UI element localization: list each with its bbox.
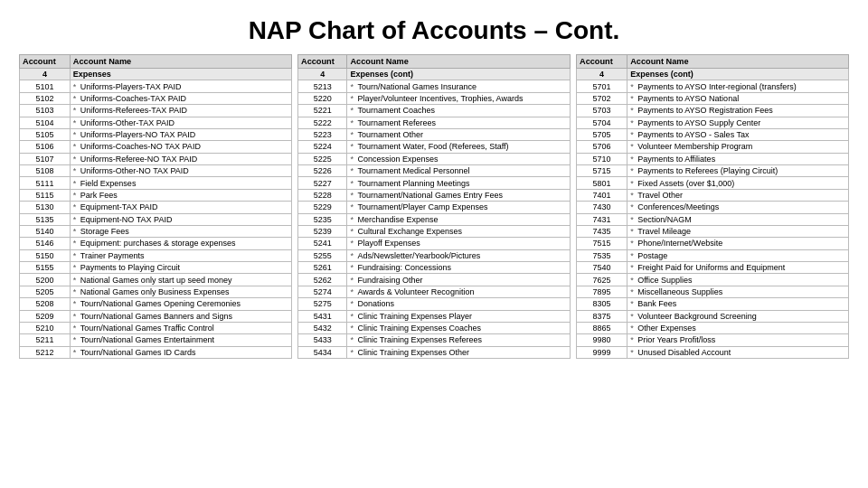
indent-marker: * — [73, 263, 79, 272]
table-row: 5106* Uniforms-Coaches-NO TAX PAID — [20, 141, 292, 153]
indent-marker: * — [73, 324, 79, 333]
indent-marker: * — [350, 251, 355, 260]
table-row: 5705* Payments to AYSO - Sales Tax — [577, 128, 849, 140]
indent-marker: * — [630, 324, 636, 333]
table-row: 7401* Travel Other — [577, 189, 849, 201]
table-row: 5434* Clinic Training Expenses Other — [298, 346, 571, 358]
account-name: * Tourn/National Games Entertainment — [70, 334, 291, 346]
account-name: * National Games only Business Expenses — [70, 286, 291, 297]
indent-marker: * — [630, 202, 636, 211]
account-table-2: AccountAccount Name4Expenses (cont)5213*… — [297, 54, 571, 359]
table-row: 5211* Tourn/National Games Entertainment — [20, 334, 292, 346]
indent-marker: * — [630, 166, 636, 175]
indent-marker: * — [350, 215, 355, 224]
account-number: 5211 — [20, 334, 71, 346]
indent-marker: * — [350, 191, 355, 200]
account-number: 7535 — [577, 249, 627, 261]
indent-marker: * — [630, 191, 636, 200]
account-number: 5239 — [298, 225, 347, 237]
indent-marker: * — [350, 202, 355, 211]
table-row: 5212* Tourn/National Games ID Cards — [20, 346, 292, 358]
account-name: * Freight Paid for Uniforms and Equipmen… — [627, 262, 849, 274]
indent-marker: * — [73, 287, 79, 296]
indent-marker: * — [350, 287, 355, 296]
account-name: * Uniforms-Players-TAX PAID — [70, 80, 291, 92]
account-name: * Clinic Training Expenses Referees — [347, 334, 571, 346]
indent-marker: * — [73, 130, 79, 139]
table-row: 5715* Payments to Referees (Playing Circ… — [577, 165, 849, 177]
table-row: 5107* Uniforms-Referee-NO TAX PAID — [20, 153, 292, 164]
account-number: 8375 — [577, 310, 627, 322]
indent-marker: * — [630, 94, 636, 103]
indent-marker: * — [73, 142, 79, 151]
indent-marker: * — [350, 166, 355, 175]
account-name: * Uniforms-Other-NO TAX PAID — [70, 165, 291, 177]
table-row: 5209* Tourn/National Games Banners and S… — [20, 310, 292, 322]
account-number: 5229 — [298, 202, 347, 213]
table-row: 5228* Tournament/National Games Entry Fe… — [298, 189, 571, 201]
table-row: 5155* Payments to Playing Circuit — [20, 262, 292, 274]
account-name: * Travel Mileage — [627, 225, 849, 237]
table-row: 7625* Office Supplies — [577, 274, 849, 286]
account-number: 5200 — [20, 274, 71, 286]
indent-marker: * — [630, 276, 636, 285]
account-number: 7895 — [577, 286, 627, 297]
account-name: * Donations — [347, 298, 571, 310]
account-name: * Uniforms-Referee-NO TAX PAID — [70, 153, 291, 164]
account-name: * Tournament Medical Personnel — [347, 165, 571, 177]
indent-marker: * — [73, 94, 79, 103]
table-row: 5210* Tourn/National Games Traffic Contr… — [20, 322, 292, 333]
account-name-header: Account Name — [347, 55, 571, 69]
table-row: 5239* Cultural Exchange Expenses — [298, 225, 571, 237]
account-number: 9980 — [577, 334, 627, 346]
account-number: 5705 — [577, 128, 627, 140]
account-table-1: AccountAccount Name4Expenses5101* Unifor… — [19, 54, 292, 359]
account-number: 7435 — [577, 225, 627, 237]
account-name: Expenses — [70, 69, 291, 80]
table-row: 9980* Prior Years Profit/loss — [577, 334, 849, 346]
table-row: 7895* Miscellaneous Supplies — [577, 286, 849, 297]
account-number: 5104 — [20, 117, 71, 128]
account-name: * Payments to AYSO Registration Fees — [627, 105, 849, 117]
account-number: 5221 — [298, 105, 347, 117]
table-row: 5702* Payments to AYSO National — [577, 92, 849, 104]
indent-marker: * — [73, 227, 79, 236]
indent-marker: * — [73, 348, 79, 357]
account-name: * Player/Volunteer Incentives, Trophies,… — [347, 92, 571, 104]
indent-marker: * — [630, 239, 636, 248]
table-row: 5703* Payments to AYSO Registration Fees — [577, 105, 849, 117]
account-number: 8865 — [577, 322, 627, 333]
table-row: 5274* Awards & Volunteer Recognition — [298, 286, 571, 297]
account-name: * Merchandise Expense — [347, 213, 571, 225]
account-number: 5135 — [20, 213, 71, 225]
table-row: 5115* Park Fees — [20, 189, 292, 201]
account-number: 7430 — [577, 202, 627, 213]
account-name: * Awards & Volunteer Recognition — [347, 286, 571, 297]
account-number: 4 — [577, 69, 627, 80]
account-name: * Equipment-TAX PAID — [70, 202, 291, 213]
indent-marker: * — [350, 239, 355, 248]
table-row: 5701* Payments to AYSO Inter-regional (t… — [577, 80, 849, 92]
table-row: 5704* Payments to AYSO Supply Center — [577, 117, 849, 128]
account-name: * Other Expenses — [627, 322, 849, 333]
indent-marker: * — [350, 324, 355, 333]
table-row: 5241* Playoff Expenses — [298, 238, 571, 249]
account-number: 5111 — [20, 177, 71, 189]
indent-marker: * — [73, 106, 79, 115]
indent-marker: * — [73, 191, 79, 200]
indent-marker: * — [350, 142, 355, 151]
table-row: 8305* Bank Fees — [577, 298, 849, 310]
account-number: 5228 — [298, 189, 347, 201]
indent-marker: * — [73, 179, 79, 188]
account-number: 5101 — [20, 80, 71, 92]
account-name: * Uniforms-Coaches-TAX PAID — [70, 92, 291, 104]
table-row: 5235* Merchandise Expense — [298, 213, 571, 225]
indent-marker: * — [350, 335, 355, 344]
account-name: * Payments to AYSO Supply Center — [627, 117, 849, 128]
account-name: * Clinic Training Expenses Player — [347, 310, 571, 322]
account-number: 5226 — [298, 165, 347, 177]
table-row: 8865* Other Expenses — [577, 322, 849, 333]
account-name: * Fundraising: Concessions — [347, 262, 571, 274]
indent-marker: * — [350, 276, 355, 285]
table-row: 5255* Ads/Newsletter/Yearbook/Pictures — [298, 249, 571, 261]
